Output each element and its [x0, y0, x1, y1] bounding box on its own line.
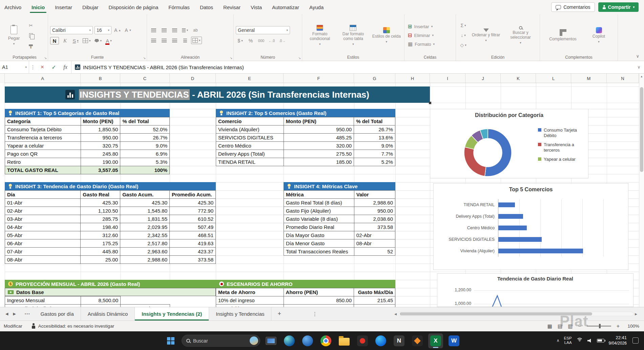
cell[interactable]: Día Menor Gasto [284, 239, 354, 248]
cell[interactable]: 2,963.60 [120, 248, 170, 256]
cell[interactable]: 02-Abr [5, 207, 81, 215]
cell[interactable]: Vivienda (Alquiler) [216, 125, 284, 134]
formula-bar-dots-icon[interactable]: ⋮ [29, 61, 37, 73]
cell[interactable]: 8,500.00 [81, 296, 121, 305]
cell[interactable]: Consumo Tarjeta Débito [5, 125, 81, 134]
conditional-formatting-button[interactable]: Formato condicional ▾ [304, 25, 335, 46]
cell[interactable]: 07-Abr [5, 248, 81, 256]
scroll-up-icon[interactable]: ▲ [639, 74, 644, 79]
cell[interactable]: 2,038.60 [354, 215, 395, 223]
cell[interactable]: Promedio Diario Real [284, 223, 354, 231]
ribbon-tab-inicio[interactable]: Inicio [26, 1, 50, 14]
cell[interactable]: 6.9% [120, 150, 170, 158]
font-color-button[interactable]: A▾ [104, 37, 113, 44]
cell[interactable]: Ingreso Mensual [5, 296, 81, 305]
vertical-scrollbar[interactable]: ▲ [639, 74, 644, 307]
cell[interactable]: 419.63 [170, 239, 216, 248]
select-all-corner[interactable] [0, 74, 5, 83]
ribbon-tab-vista[interactable]: Vista [246, 1, 267, 14]
page-break-view-icon[interactable]: ▥ [568, 323, 573, 329]
cell[interactable]: 25.00 [81, 256, 120, 264]
cell[interactable]: 445.80 [81, 248, 120, 256]
column-header-n[interactable]: N [607, 74, 639, 83]
vertical-scrollbar-thumb[interactable] [640, 87, 643, 172]
accounting-format-button[interactable]: $▾ [236, 37, 245, 44]
zoom-slider[interactable] [587, 326, 611, 327]
zoom-in-icon[interactable]: + [617, 323, 620, 329]
tray-expand-icon[interactable]: ∧ [557, 338, 560, 343]
cell[interactable]: 485.25 [284, 134, 354, 142]
taskbar-app-chrome[interactable] [318, 333, 333, 348]
ribbon-tab-ayuda[interactable]: Ayuda [304, 1, 329, 14]
taskbar-app-blue2[interactable] [373, 333, 388, 348]
ribbon-tab-archivo[interactable]: Archivo [0, 1, 26, 14]
ribbon-tab-dibujar[interactable]: Dibujar [77, 1, 104, 14]
wifi-icon[interactable] [576, 338, 583, 344]
insert-function-icon[interactable]: fx [60, 61, 71, 73]
cell[interactable]: 5.3% [120, 158, 170, 166]
sheet-strip-menu-icon[interactable]: ⋮ [308, 307, 322, 320]
battery-icon[interactable] [597, 339, 604, 343]
dialog-launcher-icon[interactable]: ↘ [44, 56, 47, 60]
cell[interactable]: Centro Médico [216, 142, 284, 150]
column-header[interactable]: Valor [354, 191, 395, 199]
cell[interactable]: 425.30 [81, 199, 120, 207]
chart-top5-comercios[interactable]: Top 5 Comercios TIENDA RETAILDelivery Ap… [433, 183, 628, 270]
dialog-launcher-icon[interactable]: ↘ [143, 56, 146, 60]
find-select-button[interactable]: Buscar y seleccionar ▾ [504, 26, 537, 44]
sheet-grid[interactable]: INSIGHTS Y TENDENCIAS - ABRIL 2026 (Sin … [0, 83, 644, 307]
column-header-k[interactable]: K [501, 74, 536, 83]
name-box[interactable]: A1 ▾ [0, 61, 29, 73]
align-right-button[interactable] [170, 37, 179, 44]
cell[interactable]: 1,700.00 [284, 305, 354, 307]
copilot-button[interactable]: Copilot ▾ [585, 27, 612, 43]
cell[interactable]: 772.90 [170, 207, 216, 215]
cell[interactable]: Gasto Real Total (8 días) [284, 199, 354, 207]
column-header[interactable]: Meta de Ahorro [216, 288, 284, 296]
column-header[interactable]: Promedio Acum. [170, 191, 216, 199]
cell[interactable]: 02-Abr [354, 231, 395, 239]
horizontal-scrollbar-thumb[interactable] [400, 312, 592, 315]
decrease-decimal-button[interactable]: .0→ [278, 37, 287, 44]
cell[interactable]: TIENDA RETAIL [216, 158, 284, 166]
cell[interactable]: 3,557.05 [81, 166, 120, 174]
taskbar-app-explorer[interactable] [337, 333, 352, 348]
align-left-button[interactable] [149, 37, 158, 44]
cell[interactable]: 275.50 [284, 150, 354, 158]
language-indicator[interactable]: ESP LAA [564, 336, 572, 346]
column-header-l[interactable]: L [536, 74, 571, 83]
selection-handle[interactable] [429, 102, 431, 104]
cell[interactable]: 950.00 [81, 134, 120, 142]
ribbon-tab-revisar[interactable]: Revisar [218, 1, 246, 14]
delete-cells-button[interactable]: ⊟ Eliminar ▾ [407, 31, 454, 39]
sheet-tab-insights-y-tendencias[interactable]: Insights y Tendencias [209, 307, 271, 320]
taskbar-app-excel[interactable]: X [428, 333, 443, 348]
cell[interactable]: 320.75 [81, 142, 120, 150]
page-layout-view-icon[interactable]: ▤ [558, 323, 562, 329]
increase-font-button[interactable]: A▲ [113, 26, 122, 34]
taskbar-app-edge[interactable] [282, 333, 297, 348]
volume-icon[interactable] [587, 338, 593, 343]
cell[interactable]: 950.00 [284, 125, 354, 134]
cell[interactable]: 198.40 [81, 223, 120, 231]
autosum-button[interactable]: Σ▾ [459, 22, 468, 29]
column-header-h[interactable]: H [395, 74, 430, 83]
column-header-i[interactable]: I [430, 74, 465, 83]
cell[interactable]: 245.80 [81, 150, 120, 158]
fill-color-button[interactable]: ▾ [94, 37, 103, 44]
cell[interactable]: 468.51 [170, 231, 216, 239]
column-header[interactable]: Categoría [5, 117, 81, 125]
zoom-slider-thumb[interactable] [599, 324, 601, 328]
cell[interactable]: 2,342.55 [120, 231, 170, 239]
increase-decimal-button[interactable]: ←.0 [267, 37, 276, 44]
align-center-button[interactable] [160, 37, 168, 44]
italic-button[interactable]: K [61, 37, 69, 44]
scroll-left-icon[interactable]: ◀ [394, 312, 397, 316]
cell[interactable]: 176.17 [354, 305, 395, 307]
cell[interactable]: Gasto Fijo (Alquiler) [284, 207, 354, 215]
cell[interactable]: 05-Abr [5, 231, 81, 239]
taskbar-app-media[interactable] [355, 333, 370, 348]
cell[interactable]: 2,517.80 [120, 239, 170, 248]
cell[interactable]: 9.0% [354, 142, 395, 150]
percent-button[interactable]: % [246, 37, 255, 44]
